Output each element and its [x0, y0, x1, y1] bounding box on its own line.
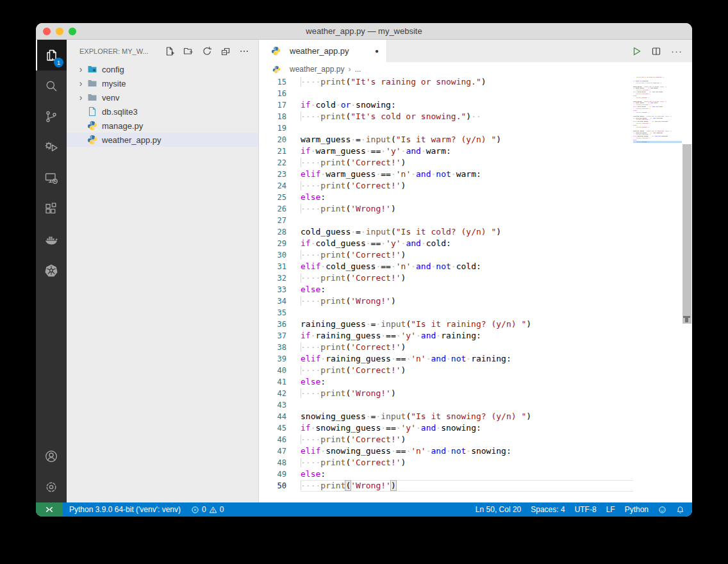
breadcrumb-file[interactable]: weather_app.py: [290, 65, 344, 74]
close-button[interactable]: [43, 28, 51, 35]
line-number[interactable]: 37: [259, 330, 286, 342]
tree-item-config[interactable]: ›config: [67, 62, 258, 76]
code-text[interactable]: if·raining_guess·==·'y'·and·raining:: [301, 330, 633, 342]
code-text[interactable]: else:: [301, 469, 633, 480]
activity-extensions[interactable]: [36, 194, 67, 224]
activity-search[interactable]: [36, 70, 67, 101]
activity-explorer[interactable]: 1: [36, 40, 67, 70]
activity-source-control[interactable]: [36, 101, 67, 132]
line-number[interactable]: 22: [259, 157, 286, 169]
line-number[interactable]: 50: [259, 480, 286, 492]
refresh-explorer-button[interactable]: [202, 46, 212, 56]
status-encoding[interactable]: UTF-8: [575, 505, 597, 514]
line-number[interactable]: 30: [259, 249, 286, 261]
line-number[interactable]: 42: [259, 388, 286, 399]
minimize-button[interactable]: [56, 28, 63, 35]
tree-item-weather_app.py[interactable]: weather_app.py: [67, 133, 258, 147]
code-text[interactable]: ····print('Correct!'): [301, 157, 633, 169]
line-number[interactable]: 38: [259, 342, 286, 353]
line-number[interactable]: 25: [259, 192, 286, 203]
problems-indicator[interactable]: 00: [191, 505, 224, 514]
code-text[interactable]: elif·cold_guess·==·'n'·and·not·cold:: [301, 261, 633, 272]
activity-docker[interactable]: [36, 224, 67, 255]
code-text[interactable]: if·cold·or·snowing:: [301, 99, 633, 111]
code-text[interactable]: [301, 399, 633, 411]
feedback-button[interactable]: [658, 506, 666, 514]
line-number[interactable]: 28: [259, 226, 286, 238]
tab-weather_app.py[interactable]: weather_app.py●: [259, 40, 387, 62]
modified-dot-icon[interactable]: ●: [375, 47, 379, 54]
tree-item-venv[interactable]: ›venv: [67, 90, 258, 104]
activity-remote-explorer[interactable]: [36, 163, 67, 194]
line-number[interactable]: 40: [259, 365, 286, 376]
code-text[interactable]: ····print('Correct!'): [301, 434, 633, 445]
code-text[interactable]: warm_guess·=·input("Is it warm? (y/n) "): [301, 134, 633, 145]
code-text[interactable]: [301, 215, 633, 226]
status-cursor-position[interactable]: Ln 50, Col 20: [476, 505, 521, 514]
title-bar[interactable]: weather_app.py — my_website: [36, 23, 692, 40]
python-interpreter[interactable]: Python 3.9.0 64-bit ('venv': venv): [69, 505, 181, 514]
line-number[interactable]: 29: [259, 238, 286, 249]
activity-run-debug[interactable]: [36, 132, 67, 163]
line-number[interactable]: 33: [259, 284, 286, 295]
code-text[interactable]: if·cold_guess·==·'y'·and·cold:: [301, 238, 633, 249]
new-folder-button[interactable]: [183, 46, 194, 56]
line-number[interactable]: 35: [259, 307, 286, 319]
code-text[interactable]: [301, 122, 633, 134]
code-text[interactable]: [301, 88, 633, 99]
activity-settings[interactable]: [36, 472, 67, 502]
line-number[interactable]: 32: [259, 272, 286, 284]
line-number[interactable]: 41: [259, 376, 286, 388]
activity-accounts[interactable]: [36, 441, 67, 472]
code-text[interactable]: elif·warm_guess·==·'n'·and·not·warm:: [301, 169, 633, 180]
line-number[interactable]: 39: [259, 353, 286, 365]
line-number[interactable]: 26: [259, 203, 286, 215]
views-more-button[interactable]: [239, 46, 249, 56]
tree-item-manage.py[interactable]: manage.py: [67, 119, 258, 133]
line-number[interactable]: 23: [259, 169, 286, 180]
zoom-button[interactable]: [69, 28, 76, 35]
scrollbar-thumb[interactable]: [682, 144, 691, 324]
line-number[interactable]: 45: [259, 422, 286, 434]
code-text[interactable]: raining_guess·=·input("Is it raining? (y…: [301, 319, 633, 330]
code-text[interactable]: ····print('Correct!'): [301, 365, 633, 376]
tree-item-mysite[interactable]: ›mysite: [67, 76, 258, 90]
breadcrumb[interactable]: weather_app.py › ...: [259, 62, 692, 76]
breadcrumb-tail[interactable]: ...: [354, 65, 361, 74]
code-text[interactable]: ····print('Correct!'): [301, 180, 633, 192]
code-text[interactable]: ····print("It's cold or snowing.")··: [301, 111, 633, 122]
code-text[interactable]: if·snowing_guess·==·'y'·and·snowing:: [301, 422, 633, 434]
line-number[interactable]: 20: [259, 134, 286, 145]
run-python-file-button[interactable]: [631, 46, 641, 56]
line-number[interactable]: 47: [259, 445, 286, 457]
code-text[interactable]: ····print('Wrong!'): [301, 388, 633, 399]
code-text[interactable]: ····print('Wrong!'): [301, 295, 633, 307]
code-text[interactable]: elif·snowing_guess·==·'n'·and·not·snowin…: [301, 445, 633, 457]
remote-indicator[interactable]: [36, 502, 63, 517]
line-number[interactable]: 49: [259, 469, 286, 480]
code-text[interactable]: snowing_guess·=·input("Is it snowing? (y…: [301, 411, 633, 422]
code-text[interactable]: else:: [301, 376, 633, 388]
status-eol[interactable]: LF: [606, 505, 615, 514]
code-text[interactable]: if·warm_guess·==·'y'·and·warm:: [301, 145, 633, 157]
line-number[interactable]: 19: [259, 122, 286, 134]
code-text[interactable]: ····print('Wrong!'): [301, 203, 633, 215]
code-text[interactable]: ····print('Wrong!'): [301, 480, 633, 492]
code-text[interactable]: else:: [301, 192, 633, 203]
more-actions-button[interactable]: ···: [671, 46, 682, 56]
line-number[interactable]: 15: [259, 76, 286, 88]
code-text[interactable]: cold_guess·=·input("Is it cold? (y/n) "): [301, 226, 633, 238]
code-text[interactable]: ····print('Correct!'): [301, 342, 633, 353]
status-indentation[interactable]: Spaces: 4: [531, 505, 565, 514]
line-number[interactable]: 18: [259, 111, 286, 122]
status-language-mode[interactable]: Python: [625, 505, 649, 514]
line-number[interactable]: 43: [259, 399, 286, 411]
collapse-folders-button[interactable]: [220, 46, 231, 56]
minimap[interactable]: ····print("It's raining or snowing.")if·…: [633, 76, 682, 502]
line-number[interactable]: 34: [259, 295, 286, 307]
code-text[interactable]: ····print('Correct!'): [301, 457, 633, 469]
line-number[interactable]: 16: [259, 88, 286, 99]
tree-item-db.sqlite3[interactable]: db.sqlite3: [67, 104, 258, 119]
new-file-button[interactable]: [165, 46, 175, 56]
line-number[interactable]: 46: [259, 434, 286, 445]
